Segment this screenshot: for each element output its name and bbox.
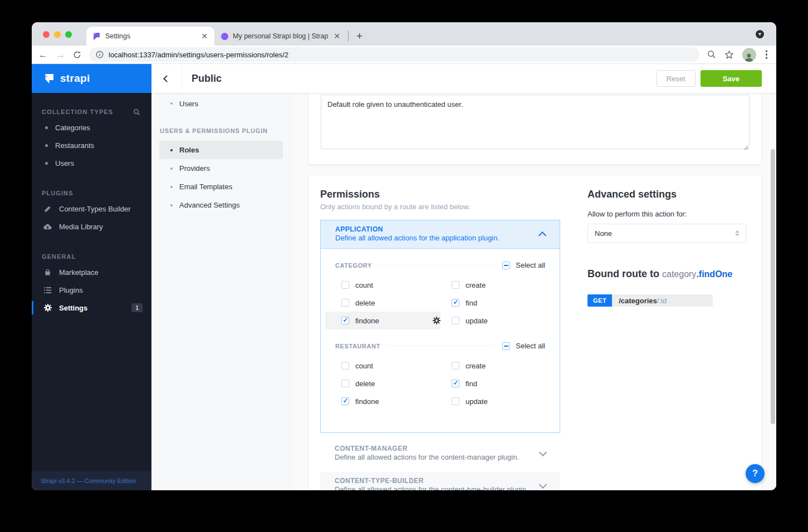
- allow-action-select[interactable]: None: [587, 224, 746, 243]
- permission-settings-gear-icon[interactable]: [433, 317, 440, 324]
- select-all-checkbox[interactable]: [502, 262, 510, 269]
- permission-category-count[interactable]: count: [335, 276, 445, 294]
- checkbox[interactable]: [341, 380, 349, 387]
- site-info-icon[interactable]: [96, 51, 104, 58]
- tab-settings[interactable]: Settings ✕: [86, 27, 214, 46]
- checkbox[interactable]: [341, 281, 349, 289]
- bound-route-row: GET /categories/:id: [587, 294, 713, 307]
- sidebar-item-marketplace[interactable]: Marketplace: [32, 263, 151, 281]
- permission-category-delete[interactable]: delete: [335, 294, 445, 312]
- permissions-subtitle: Only actions bound by a route are listed…: [320, 203, 560, 211]
- selected-option: None: [595, 229, 612, 238]
- back-chevron-icon: [163, 75, 170, 82]
- zoom-icon[interactable]: [707, 50, 716, 59]
- bound-route-title: Bound route to category.findOne: [587, 268, 746, 280]
- permission-restaurant-delete[interactable]: delete: [335, 375, 445, 392]
- select-all-category[interactable]: Select all: [502, 261, 545, 269]
- close-window-button[interactable]: [43, 31, 50, 38]
- strapi-logo[interactable]: strapi: [32, 64, 151, 93]
- tab-close-icon[interactable]: ✕: [332, 31, 341, 41]
- sidebar-item-media-library[interactable]: Media Library: [32, 218, 151, 235]
- zoom-window-button[interactable]: [65, 31, 72, 38]
- sidebar-item-plugins[interactable]: Plugins: [32, 281, 151, 299]
- back-button[interactable]: [151, 64, 182, 93]
- tab-search-button[interactable]: ▼: [756, 30, 764, 38]
- strapi-version-link[interactable]: Strapi v3.4.2 — Community Edition: [32, 471, 151, 490]
- tab-close-icon[interactable]: ✕: [200, 31, 209, 41]
- forward-icon[interactable]: →: [56, 50, 65, 60]
- advanced-settings-title: Advanced settings: [587, 189, 746, 200]
- divider: [379, 265, 496, 265]
- permission-category-findone[interactable]: findone: [325, 312, 440, 329]
- permission-restaurant-update[interactable]: update: [445, 392, 545, 410]
- scrollbar-thumb[interactable]: [771, 149, 775, 424]
- subnav-item-email-templates[interactable]: Email Templates: [159, 178, 283, 196]
- bullet-icon: [170, 204, 173, 206]
- permission-category-create[interactable]: create: [445, 276, 545, 294]
- accordion-content-type-builder[interactable]: CONTENT-TYPE-BUILDER Define all allowed …: [320, 472, 560, 490]
- tab-title: Settings: [105, 32, 195, 40]
- back-icon[interactable]: ←: [38, 50, 48, 60]
- page-header: Public Reset Save: [151, 64, 776, 93]
- address-bar[interactable]: localhost:1337/admin/settings/users-perm…: [89, 47, 699, 62]
- browser-tabstrip: Settings ✕ My personal Strapi blog | Str…: [32, 22, 776, 46]
- page-title: Public: [192, 73, 222, 85]
- brush-icon: [43, 205, 52, 213]
- sidebar-item-categories[interactable]: Categories: [32, 119, 151, 136]
- profile-avatar[interactable]: [742, 48, 756, 62]
- sidebar-heading-general: GENERAL: [32, 250, 151, 263]
- accordion-content-manager[interactable]: CONTENT-MANAGER Define all allowed actio…: [320, 440, 560, 467]
- allow-action-label: Allow to perform this action for:: [587, 210, 746, 218]
- checkbox[interactable]: [452, 299, 459, 307]
- sidebar-item-content-types-builder[interactable]: Content-Types Builder: [32, 200, 151, 218]
- main-content: Default role given to unauthenticated us…: [293, 93, 776, 490]
- permission-group-restaurant: RESTAURANT Select all: [335, 342, 545, 410]
- select-all-restaurant[interactable]: Select all: [502, 342, 545, 350]
- checkbox[interactable]: [452, 380, 459, 387]
- reset-button[interactable]: Reset: [657, 70, 696, 87]
- application-permissions-box: APPLICATION Define all allowed actions f…: [320, 220, 560, 433]
- select-all-checkbox[interactable]: [502, 342, 510, 350]
- checkbox[interactable]: [452, 362, 459, 370]
- checkbox[interactable]: [452, 397, 459, 405]
- accordion-label: CONTENT-MANAGER: [335, 445, 546, 452]
- new-tab-button[interactable]: +: [356, 31, 363, 41]
- checkbox[interactable]: [341, 299, 349, 307]
- strapi-admin: strapi COLLECTION TYPES Categories: [32, 64, 776, 490]
- permission-restaurant-find[interactable]: find: [445, 375, 545, 392]
- permission-restaurant-count[interactable]: count: [335, 357, 445, 375]
- subnav-item-users[interactable]: Users: [151, 96, 293, 111]
- permission-category-find[interactable]: find: [445, 294, 545, 312]
- save-button[interactable]: Save: [701, 70, 762, 87]
- reload-icon[interactable]: [73, 51, 81, 59]
- role-description-input[interactable]: Default role given to unauthenticated us…: [321, 95, 750, 149]
- accordion-label: APPLICATION: [335, 225, 545, 233]
- subnav-item-advanced-settings[interactable]: Advanced Settings: [159, 196, 283, 214]
- subnav-item-providers[interactable]: Providers: [159, 159, 283, 178]
- advanced-settings-panel: Advanced settings Allow to perform this …: [587, 189, 746, 490]
- bookmark-star-icon[interactable]: [724, 50, 734, 60]
- sidebar-item-settings[interactable]: Settings 1: [32, 299, 151, 317]
- group-label: CATEGORY: [335, 262, 372, 269]
- permissions-title: Permissions: [320, 189, 560, 200]
- tab-strapi-blog[interactable]: My personal Strapi blog | Strap ✕: [214, 27, 347, 46]
- browser-menu-icon[interactable]: [765, 49, 769, 60]
- permission-category-update[interactable]: update: [445, 312, 545, 329]
- accordion-application[interactable]: APPLICATION Define all allowed actions f…: [320, 220, 560, 249]
- checkbox[interactable]: [341, 397, 349, 405]
- checkbox[interactable]: [452, 281, 459, 289]
- minimize-window-button[interactable]: [54, 31, 61, 38]
- sidebar-item-restaurants[interactable]: Restaurants: [32, 136, 151, 154]
- permission-restaurant-findone[interactable]: findone: [335, 392, 445, 410]
- sidebar-heading-plugins: PLUGINS: [32, 186, 151, 200]
- checkbox[interactable]: [341, 317, 349, 324]
- checkbox[interactable]: [341, 362, 349, 370]
- permission-restaurant-create[interactable]: create: [445, 357, 545, 375]
- search-icon[interactable]: [133, 109, 140, 116]
- accordion-description: Define all allowed actions for the conte…: [335, 453, 546, 461]
- subnav-item-roles[interactable]: Roles: [159, 141, 283, 159]
- help-button[interactable]: ?: [746, 464, 765, 483]
- tab-title: My personal Strapi blog | Strap: [233, 32, 328, 40]
- checkbox[interactable]: [452, 317, 459, 324]
- sidebar-item-users[interactable]: Users: [32, 154, 151, 172]
